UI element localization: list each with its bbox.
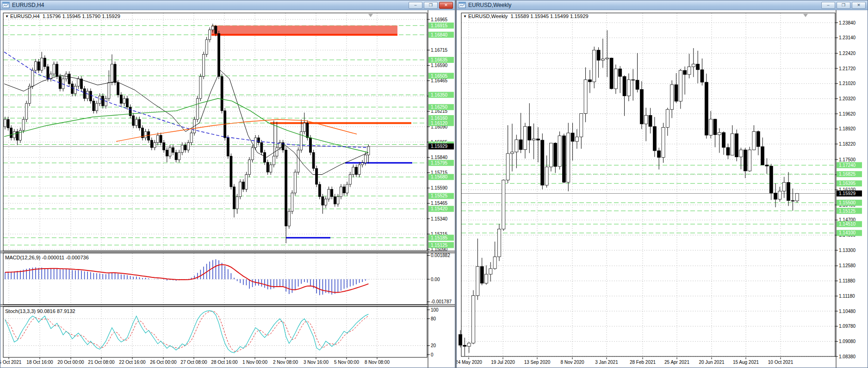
svg-text:1.15465: 1.15465 — [431, 201, 448, 206]
svg-text:1.16965: 1.16965 — [431, 17, 448, 22]
svg-text:1.15500: 1.15500 — [839, 200, 856, 205]
svg-text:19 Jul 2020: 19 Jul 2020 — [491, 360, 515, 365]
close-button[interactable]: ✕ — [852, 2, 866, 9]
minimize-button[interactable]: – — [409, 2, 422, 9]
weekly-titlebar[interactable]: EURUSD,Weekly – ❐ ✕ — [457, 0, 868, 10]
weekly-window-title: EURUSD,Weekly — [468, 2, 511, 8]
svg-text:13 Sep 2020: 13 Sep 2020 — [524, 360, 551, 365]
svg-text:24 May 2020: 24 May 2020 — [457, 360, 482, 365]
close-button[interactable]: ✕ — [439, 2, 453, 9]
svg-text:10 Oct 2021: 10 Oct 2021 — [768, 360, 794, 365]
svg-text:1.21720: 1.21720 — [839, 66, 856, 71]
chart-window-icon — [459, 2, 466, 8]
svg-text:1.16915: 1.16915 — [431, 23, 448, 28]
svg-text:100: 100 — [431, 307, 439, 313]
svg-text:1.16590: 1.16590 — [431, 63, 448, 68]
svg-text:1.15840: 1.15840 — [431, 155, 448, 160]
svg-text:1.15929: 1.15929 — [431, 144, 448, 149]
svg-text:1.13300: 1.13300 — [839, 248, 856, 253]
minimize-button[interactable]: – — [821, 2, 835, 9]
svg-text:1.15590: 1.15590 — [431, 185, 448, 190]
svg-text:1.16395: 1.16395 — [839, 181, 856, 186]
svg-text:1.09780: 1.09780 — [839, 324, 856, 329]
svg-text:15 Aug 2021: 15 Aug 2021 — [733, 360, 759, 365]
h4-chart-client: 1.169651.167151.165901.164651.163401.162… — [0, 10, 455, 368]
svg-text:1.22420: 1.22420 — [839, 51, 856, 56]
svg-text:1.16825: 1.16825 — [839, 172, 856, 177]
h4-titlebar[interactable]: EURUSD,H4 – ❐ ✕ — [0, 0, 455, 10]
pane-splitter — [0, 251, 455, 252]
svg-text:80: 80 — [431, 316, 436, 321]
svg-text:1.17500: 1.17500 — [839, 157, 856, 162]
svg-text:0.00: 0.00 — [431, 277, 440, 282]
svg-text:26 Oct 00:00: 26 Oct 00:00 — [150, 360, 177, 365]
svg-text:1.23140: 1.23140 — [839, 35, 856, 40]
chart-window-h4: EURUSD,H4 – ❐ ✕ 1.169651.167151.165901.1… — [0, 0, 455, 368]
svg-text:3 Jan 2021: 3 Jan 2021 — [595, 360, 618, 365]
restore-button[interactable]: ❐ — [424, 2, 438, 9]
svg-text:1.16635: 1.16635 — [431, 57, 448, 62]
svg-text:-0.001787: -0.001787 — [431, 299, 452, 304]
svg-text:1.16840: 1.16840 — [431, 32, 448, 37]
svg-text:1.15929: 1.15929 — [839, 191, 856, 196]
svg-text:8 Nov 08:00: 8 Nov 08:00 — [365, 360, 390, 365]
chart-window-weekly: EURUSD,Weekly – ❐ ✕ 1.238401.231401.2242… — [456, 0, 868, 368]
svg-text:1.16120: 1.16120 — [431, 121, 448, 126]
svg-text:3 Nov 16:00: 3 Nov 16:00 — [304, 360, 329, 365]
svg-text:1.16250: 1.16250 — [431, 104, 448, 110]
svg-text:22 Oct 16:00: 22 Oct 16:00 — [119, 360, 146, 365]
svg-text:28 Feb 2021: 28 Feb 2021 — [630, 360, 656, 365]
svg-text:1.16350: 1.16350 — [431, 92, 448, 98]
svg-text:1.09080: 1.09080 — [839, 339, 856, 344]
svg-text:0.001882: 0.001882 — [431, 253, 450, 258]
weekly-chart-client: 1.238401.231401.224201.217201.210201.203… — [457, 10, 868, 368]
svg-text:2 Nov 08:00: 2 Nov 08:00 — [273, 360, 298, 365]
h4-chart-canvas[interactable]: 1.169651.167151.165901.164651.163401.162… — [0, 10, 455, 368]
h4-window-title: EURUSD,H4 — [12, 2, 44, 8]
svg-text:1.12580: 1.12580 — [839, 263, 856, 268]
pane-splitter — [0, 305, 455, 306]
svg-text:1.15680: 1.15680 — [431, 174, 448, 179]
svg-text:1.15185: 1.15185 — [431, 235, 448, 240]
svg-text:18 Oct 16:00: 18 Oct 16:00 — [26, 360, 53, 365]
svg-text:1.16505: 1.16505 — [431, 74, 448, 79]
svg-text:27 Oct 08:00: 27 Oct 08:00 — [180, 360, 207, 365]
svg-text:20 Jun 2021: 20 Jun 2021 — [699, 360, 724, 365]
svg-text:15 Oct 2021: 15 Oct 2021 — [0, 360, 22, 365]
restore-button[interactable]: ❐ — [837, 2, 850, 9]
svg-text:1.15125: 1.15125 — [431, 243, 448, 248]
svg-text:1.16160: 1.16160 — [431, 116, 448, 121]
svg-text:1.16465: 1.16465 — [431, 78, 448, 83]
svg-text:20: 20 — [431, 343, 436, 348]
svg-text:1.10480: 1.10480 — [839, 309, 856, 314]
svg-text:1.19620: 1.19620 — [839, 111, 856, 117]
svg-text:1.15125: 1.15125 — [839, 209, 856, 214]
svg-text:1.08380: 1.08380 — [839, 354, 856, 359]
svg-text:1.15525: 1.15525 — [431, 193, 448, 198]
svg-text:28 Oct 16:00: 28 Oct 16:00 — [211, 360, 238, 365]
svg-text:20 Oct 00:00: 20 Oct 00:00 — [57, 360, 84, 365]
svg-text:1.17240: 1.17240 — [839, 163, 856, 168]
svg-text:1.11880: 1.11880 — [839, 278, 856, 283]
svg-text:1.15795: 1.15795 — [431, 160, 448, 166]
svg-text:1.18220: 1.18220 — [839, 141, 856, 147]
resistance-zone — [211, 25, 397, 35]
mdi-workspace: EURUSD,H4 – ❐ ✕ 1.169651.167151.165901.1… — [0, 0, 868, 368]
svg-text:0: 0 — [431, 352, 434, 357]
weekly-chart-canvas[interactable]: 1.238401.231401.224201.217201.210201.203… — [457, 10, 868, 368]
svg-text:8 Nov 2020: 8 Nov 2020 — [560, 360, 584, 365]
svg-text:1.15340: 1.15340 — [431, 216, 448, 221]
svg-text:1.20320: 1.20320 — [839, 96, 856, 101]
svg-text:1.23840: 1.23840 — [839, 20, 856, 25]
svg-text:21 Oct 08:00: 21 Oct 08:00 — [88, 360, 115, 365]
svg-text:1.21020: 1.21020 — [839, 81, 856, 86]
svg-text:1.14510: 1.14510 — [839, 221, 856, 227]
svg-text:1.18920: 1.18920 — [839, 126, 856, 131]
chart-window-icon — [2, 2, 10, 8]
svg-text:1.16715: 1.16715 — [431, 48, 448, 53]
svg-text:1.11180: 1.11180 — [839, 294, 855, 299]
svg-text:5 Nov 00:00: 5 Nov 00:00 — [334, 360, 359, 365]
svg-text:1.15420: 1.15420 — [431, 206, 448, 211]
svg-text:1 Nov 00:00: 1 Nov 00:00 — [242, 360, 267, 365]
svg-text:1.14100: 1.14100 — [839, 230, 856, 235]
